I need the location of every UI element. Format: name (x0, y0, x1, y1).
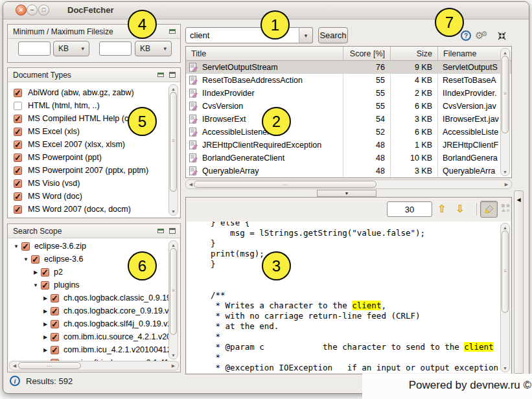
checkbox-icon[interactable]: ✓ (14, 141, 22, 149)
panel-maximize-icon[interactable] (169, 72, 176, 78)
scope-tree-item[interactable]: ▶✓com.ibm.icu.source_4.2.1.v20 (8, 330, 179, 343)
result-row[interactable]: IBrowserExt543 KBIBrowserExt.jav (186, 113, 511, 126)
maximize-button[interactable]: □ (38, 5, 49, 16)
result-row[interactable]: AccessibleListener526 KBAccessibleListe (186, 126, 511, 139)
panel-minimize-icon[interactable] (169, 29, 176, 34)
occurrence-count-input[interactable] (387, 201, 432, 217)
doctype-item[interactable]: ✓MS Visio (vsd) (8, 177, 179, 190)
expander-closed-icon[interactable]: ▶ (41, 295, 49, 301)
scroll-down-icon[interactable]: ▼ (501, 365, 509, 371)
minimize-button[interactable]: − (27, 5, 38, 16)
scroll-down-icon[interactable]: ▼ (169, 352, 178, 358)
panel-minimize-icon[interactable] (157, 229, 164, 233)
preview-text-area[interactable]: } else { msg = lStrings.getString("value… (187, 222, 511, 373)
help-icon[interactable]: ? (461, 30, 471, 41)
scroll-right-icon[interactable]: ▶ (503, 180, 510, 188)
scroll-down-icon[interactable]: ▼ (169, 208, 178, 214)
result-row[interactable]: QueryableArray483 KBQueryableArra (186, 165, 511, 177)
doctype-item[interactable]: ✓MS Word 2007 (docx, docm) (8, 203, 179, 216)
checkbox-icon[interactable]: ✓ (51, 307, 59, 315)
doctype-item[interactable]: ✓MS Powerpoint 2007 (pptx, pptm) (8, 164, 179, 177)
doctype-item[interactable]: ✓AbiWord (abw, abw.gz, zabw) (8, 86, 179, 99)
min-filesize-input[interactable] (18, 41, 51, 56)
column-header-size[interactable]: Size (391, 47, 438, 60)
result-row[interactable]: IIndexProvider552 KBIIndexProvider. (186, 87, 511, 100)
close-button[interactable]: × (16, 5, 27, 16)
max-filesize-input[interactable] (99, 41, 132, 56)
checkbox-icon[interactable]: ✓ (14, 192, 22, 201)
scope-horizontal-scrollbar[interactable]: ◀ ▶ (9, 361, 179, 370)
scope-tree-item[interactable]: ▶✓com.jcraft.jsch.source_0.1.41 (8, 356, 179, 361)
scope-tree-item[interactable]: ▼✓eclipse-3.6.zip (8, 240, 179, 253)
doctype-item[interactable]: ✓MS Word (doc) (8, 190, 179, 203)
checkbox-icon[interactable]: ✓ (51, 320, 59, 328)
previous-occurrence-button[interactable]: ⇧ (437, 203, 446, 215)
preferences-gears-icon[interactable]: ⚙⚙ (475, 30, 487, 41)
scope-tree-item[interactable]: ▼✓plugins (8, 279, 179, 291)
doctype-item[interactable]: HTML (html, htm, ..) (8, 99, 179, 112)
result-row[interactable]: JREHttpClientRequiredException481 KBJREH… (186, 139, 511, 152)
result-row[interactable]: CvsVersion556 KBCvsVersion.jav (186, 100, 511, 113)
scroll-up-icon[interactable]: ▲ (501, 49, 509, 56)
checkbox-icon[interactable]: ✓ (14, 154, 22, 162)
checkbox-icon[interactable] (14, 102, 22, 110)
result-row[interactable]: ServletOutputStream769 KBServletOutputS (186, 61, 511, 74)
max-unit-dropdown[interactable]: KB ▾ (135, 41, 172, 56)
checkbox-icon[interactable]: ✓ (14, 115, 22, 123)
checkbox-icon[interactable]: ✓ (51, 346, 59, 354)
minimize-to-tray-icon[interactable] (497, 31, 507, 43)
preview-vertical-scrollbar[interactable]: ▲ ▼ (500, 223, 510, 372)
scrollbar-thumb[interactable] (170, 248, 177, 335)
expander-open-icon[interactable]: ▼ (12, 244, 20, 249)
checkbox-icon[interactable]: ✓ (41, 281, 49, 290)
checkbox-icon[interactable]: ✓ (14, 166, 22, 175)
document-types-vertical-scrollbar[interactable]: ▲ ▼ (168, 84, 178, 216)
expander-closed-icon[interactable]: ▶ (41, 347, 49, 353)
scroll-right-icon[interactable]: ▶ (170, 361, 177, 370)
scope-tree-item[interactable]: ▶✓ch.qos.logback.core_0.9.19.v2 (8, 304, 179, 317)
scope-vertical-scrollbar[interactable]: ▲ ▼ (168, 240, 178, 359)
scrollbar-thumb[interactable] (170, 92, 177, 192)
expander-closed-icon[interactable]: ▶ (41, 334, 49, 340)
panel-minimize-icon[interactable] (157, 73, 164, 77)
checkbox-icon[interactable]: ✓ (41, 268, 49, 277)
checkbox-icon[interactable]: ✓ (14, 89, 22, 97)
expander-closed-icon[interactable]: ▶ (32, 269, 40, 275)
checkbox-icon[interactable]: ✓ (51, 333, 59, 341)
expander-open-icon[interactable]: ▼ (32, 282, 40, 288)
expand-left-arrow-icon[interactable]: ◀ (515, 197, 523, 203)
search-button[interactable]: Search (318, 27, 348, 43)
expander-closed-icon[interactable]: ▶ (41, 321, 49, 327)
scope-tree-item[interactable]: ▶✓ch.qos.logback.slf4j_0.9.19.v2 (8, 317, 179, 330)
scroll-up-icon[interactable]: ▲ (169, 86, 178, 92)
highlight-toggle-button[interactable] (480, 201, 498, 218)
doctype-item[interactable]: ✓MS Excel 2007 (xlsx, xlsm) (8, 138, 179, 151)
collapsed-panel-strip[interactable]: ◀ (514, 190, 524, 374)
checkbox-icon[interactable]: ✓ (14, 179, 22, 188)
panel-maximize-icon[interactable] (169, 228, 176, 234)
results-horizontal-scrollbar[interactable]: ◀ ▶ (185, 179, 512, 189)
scroll-up-icon[interactable]: ▲ (501, 224, 509, 231)
scroll-up-icon[interactable]: ▲ (169, 242, 178, 248)
scrollbar-thumb[interactable] (502, 231, 509, 313)
collapse-preview-button[interactable]: ▼ (317, 190, 376, 197)
column-header-score[interactable]: Score [%] (343, 47, 391, 60)
scrollbar-thumb[interactable] (194, 181, 376, 188)
min-unit-dropdown[interactable]: KB ▾ (53, 41, 89, 56)
checkbox-icon[interactable]: ✓ (21, 242, 30, 251)
expander-open-icon[interactable]: ▼ (22, 256, 30, 262)
next-occurrence-button[interactable]: ⇩ (456, 203, 464, 215)
result-row[interactable]: ResetToBaseAddressAction554 KBResetToBas… (186, 74, 511, 87)
checkbox-icon[interactable]: ✓ (31, 255, 40, 264)
result-row[interactable]: BorlandGenerateClient4810 KBBorlandGener… (186, 152, 511, 165)
column-header-title[interactable]: Title (186, 47, 343, 60)
checkbox-icon[interactable]: ✓ (51, 294, 59, 302)
scrollbar-thumb[interactable] (18, 362, 81, 369)
checkbox-icon[interactable]: ✓ (14, 128, 22, 136)
scope-tree-item[interactable]: ▶✓ch.qos.logback.classic_0.9.19 (8, 291, 179, 304)
search-history-dropdown-button[interactable]: ▾ (299, 27, 313, 43)
scroll-left-icon[interactable]: ◀ (11, 361, 18, 370)
scope-tree-item[interactable]: ▶✓com.ibm.icu_4.2.1.v20100412 (8, 343, 179, 356)
scrollbar-thumb[interactable] (502, 56, 509, 133)
checkbox-icon[interactable]: ✓ (14, 205, 22, 214)
